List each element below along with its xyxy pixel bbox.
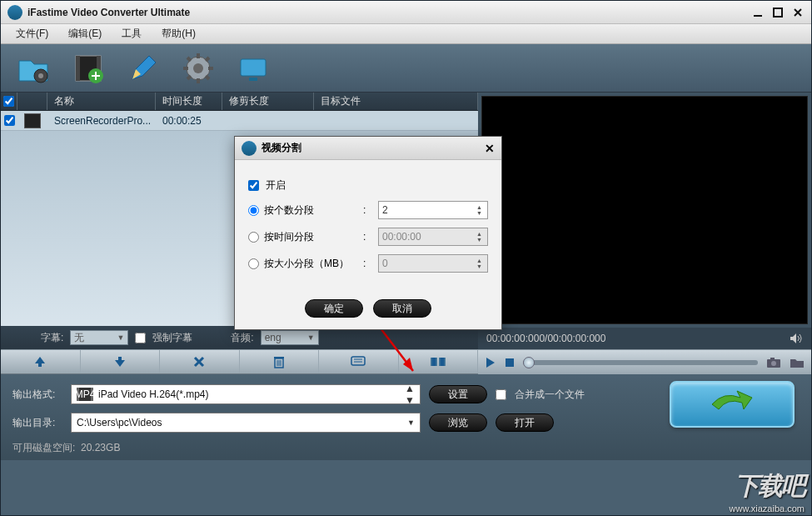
header-duration[interactable]: 时间长度 xyxy=(156,93,222,110)
audio-select[interactable]: eng▼ xyxy=(261,330,319,345)
header-trim[interactable]: 修剪长度 xyxy=(222,93,314,110)
svg-rect-33 xyxy=(444,358,446,366)
header-target[interactable]: 目标文件 xyxy=(314,93,478,110)
by-size-radio[interactable] xyxy=(248,258,259,269)
by-count-radio[interactable] xyxy=(248,205,259,216)
watermark: 下载吧 www.xiazaiba.com xyxy=(730,469,805,513)
stop-button[interactable] xyxy=(505,358,515,368)
split-button[interactable] xyxy=(399,350,479,373)
force-subtitle-checkbox[interactable] xyxy=(135,333,146,343)
svg-rect-1 xyxy=(774,8,782,17)
chevron-down-icon: ▼ xyxy=(407,418,415,427)
spinner-icon[interactable]: ▲▼ xyxy=(475,232,484,243)
disk-space-line: 可用磁盘空间: 20.23GB xyxy=(12,441,800,455)
output-dir-combo[interactable]: C:\Users\pc\Videos ▼ xyxy=(71,413,421,433)
merge-label: 合并成一个文件 xyxy=(515,388,585,402)
browse-button[interactable]: 浏览 xyxy=(429,413,487,432)
titlebar: iFastime Video Converter Ultimate xyxy=(1,1,811,24)
play-controls xyxy=(478,349,811,374)
audio-label: 音频: xyxy=(231,331,253,345)
spinner-icon[interactable]: ▲▼ xyxy=(475,258,484,269)
preview-pane: 00:00:00:000/00:00:00:000 xyxy=(478,93,811,374)
edit-button[interactable] xyxy=(126,51,161,86)
row-checkbox[interactable] xyxy=(1,111,17,130)
header-name[interactable]: 名称 xyxy=(47,93,156,110)
subtitle-select[interactable]: 无▼ xyxy=(70,330,128,345)
svg-rect-34 xyxy=(506,358,514,367)
info-button[interactable] xyxy=(319,350,399,373)
svg-rect-32 xyxy=(439,358,441,366)
settings-pill-button[interactable]: 设置 xyxy=(429,385,487,403)
svg-point-3 xyxy=(38,73,43,78)
menu-tools[interactable]: 工具 xyxy=(112,24,152,43)
monitor-button[interactable] xyxy=(236,51,271,86)
cancel-button[interactable]: 取消 xyxy=(373,299,431,318)
svg-rect-19 xyxy=(249,78,257,81)
enable-split-checkbox[interactable] xyxy=(248,180,259,191)
add-file-button[interactable] xyxy=(16,51,51,86)
menu-edit[interactable]: 编辑(E) xyxy=(58,24,112,43)
time-bar: 00:00:00:000/00:00:00:000 xyxy=(478,328,811,349)
chevron-down-icon: ▼ xyxy=(307,333,315,342)
mp4-icon: MP4 xyxy=(77,388,93,401)
close-button[interactable] xyxy=(791,6,805,19)
volume-icon[interactable] xyxy=(790,333,803,344)
app-icon xyxy=(7,5,22,20)
dialog-titlebar[interactable]: 视频分割 ✕ xyxy=(235,137,501,160)
svg-point-9 xyxy=(193,63,203,73)
clear-button[interactable] xyxy=(240,350,320,373)
output-format-combo[interactable]: MP4 iPad Video H.264(*.mp4) ▲▼ xyxy=(71,384,421,404)
app-icon xyxy=(242,141,257,156)
chevron-down-icon: ▼ xyxy=(117,333,124,342)
play-button[interactable] xyxy=(485,357,496,368)
remove-button[interactable] xyxy=(160,350,240,373)
svg-point-36 xyxy=(771,361,776,366)
seek-bar[interactable] xyxy=(523,360,758,365)
minimize-button[interactable] xyxy=(751,6,765,19)
by-count-label: 按个数分段 xyxy=(264,203,314,218)
app-title: iFastime Video Converter Ultimate xyxy=(27,7,751,18)
count-input[interactable]: 2▲▼ xyxy=(378,201,488,219)
svg-line-15 xyxy=(206,76,209,79)
row-target xyxy=(314,111,478,130)
move-up-button[interactable] xyxy=(1,350,81,373)
svg-line-16 xyxy=(206,58,209,61)
menu-file[interactable]: 文件(F) xyxy=(6,24,58,43)
seek-thumb[interactable] xyxy=(523,357,535,368)
maximize-button[interactable] xyxy=(771,6,785,19)
svg-text:MP4: MP4 xyxy=(77,388,93,400)
time-input[interactable]: 00:00:00▲▼ xyxy=(378,228,488,246)
split-dialog: 视频分割 ✕ 开启 按个数分段 : 2▲▼ 按时间分段 : 00:00:00▲▼… xyxy=(234,136,502,330)
open-button[interactable]: 打开 xyxy=(496,413,554,432)
row-duration: 00:00:25 xyxy=(156,111,222,130)
folder-button[interactable] xyxy=(790,357,805,368)
by-time-radio[interactable] xyxy=(248,232,259,243)
table-row[interactable]: ScreenRecorderPro... 00:00:25 xyxy=(1,111,478,131)
row-name: ScreenRecorderPro... xyxy=(47,111,156,130)
list-header: 名称 时间长度 修剪长度 目标文件 xyxy=(1,93,478,111)
move-down-button[interactable] xyxy=(81,350,161,373)
time-display: 00:00:00:000/00:00:00:000 xyxy=(486,333,605,344)
svg-rect-0 xyxy=(754,15,762,17)
add-video-button[interactable] xyxy=(71,51,106,86)
svg-rect-5 xyxy=(76,56,80,81)
spinner-icon[interactable]: ▲▼ xyxy=(475,205,484,216)
svg-rect-30 xyxy=(431,358,432,366)
svg-line-17 xyxy=(187,76,191,79)
header-checkbox[interactable] xyxy=(1,93,17,110)
svg-rect-31 xyxy=(436,358,437,366)
video-preview[interactable] xyxy=(481,96,808,324)
svg-rect-25 xyxy=(351,357,365,365)
spinner-icon[interactable]: ▲▼ xyxy=(405,383,415,406)
svg-rect-37 xyxy=(770,358,775,360)
settings-button[interactable] xyxy=(181,51,216,86)
menu-help[interactable]: 帮助(H) xyxy=(152,24,206,43)
snapshot-button[interactable] xyxy=(766,357,781,368)
convert-button[interactable] xyxy=(670,381,795,428)
size-input[interactable]: 0▲▼ xyxy=(378,254,488,273)
ok-button[interactable]: 确定 xyxy=(305,299,363,318)
toolbar xyxy=(1,44,811,93)
merge-checkbox[interactable] xyxy=(496,389,506,400)
dialog-close-button[interactable]: ✕ xyxy=(485,142,495,155)
enable-split-label: 开启 xyxy=(266,178,286,193)
